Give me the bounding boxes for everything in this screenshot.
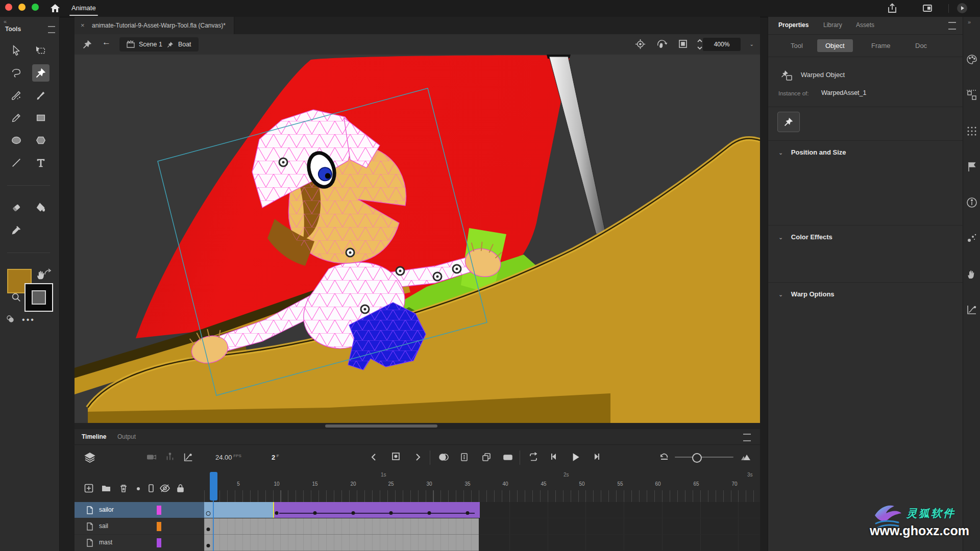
breadcrumb-scene[interactable]: Scene 1 [139, 41, 162, 48]
horizontal-scrollbar[interactable] [75, 423, 760, 429]
breadcrumb-symbol[interactable]: Boat [178, 41, 191, 48]
history-panel-icon[interactable] [966, 268, 978, 280]
section-color-effects[interactable]: ⌄ Color Effects [778, 233, 832, 241]
onion-skin-icon[interactable] [438, 452, 449, 463]
tab-properties[interactable]: Properties [778, 21, 808, 29]
document-tab[interactable]: × animate-Tutorial-9-Asset-Warp-Tool.fla… [75, 17, 234, 34]
swap-colors-icon[interactable] [43, 268, 53, 277]
fluid-brush-tool-icon[interactable] [8, 87, 25, 104]
selection-tool-icon[interactable] [8, 42, 25, 59]
quick-publish-icon[interactable] [957, 3, 968, 14]
layer-color-chip[interactable] [157, 522, 161, 531]
step-forward-icon[interactable] [591, 452, 601, 462]
layer-header-sail[interactable]: sail [75, 518, 204, 534]
layer-track-sail[interactable] [204, 518, 760, 534]
minimize-window-button[interactable] [18, 4, 26, 11]
close-document-icon[interactable]: × [81, 17, 85, 34]
default-colors-icon[interactable] [6, 315, 14, 323]
free-transform-tool-icon[interactable] [32, 42, 50, 59]
lasso-tool-icon[interactable] [8, 64, 25, 82]
step-back-icon[interactable] [549, 452, 559, 462]
expand-panels-icon[interactable]: » [968, 19, 970, 25]
reset-zoom-icon[interactable] [659, 452, 670, 462]
layer-track-mast[interactable] [204, 535, 760, 550]
delete-layer-icon[interactable] [118, 483, 129, 493]
tab-animate[interactable]: Animate [64, 0, 103, 16]
info-panel-icon[interactable] [966, 196, 978, 209]
timeline-ruler[interactable]: 1s 2s 3s 5 10 15 20 25 30 35 40 45 50 55… [75, 471, 760, 503]
timeline-camera-icon[interactable] [146, 452, 157, 463]
text-tool-icon[interactable] [32, 154, 50, 171]
marker-range-icon[interactable] [502, 452, 513, 463]
tools-panel-menu-icon[interactable] [48, 26, 55, 33]
asset-warp-tool-icon[interactable] [32, 64, 50, 82]
fps-display[interactable]: 24.00 FPS [215, 454, 241, 461]
onion-skin-outline-icon[interactable] [459, 452, 471, 463]
classic-brush-tool-icon[interactable] [32, 87, 50, 104]
share-icon[interactable] [887, 3, 898, 14]
loop-playback-icon[interactable] [528, 452, 539, 463]
rotate-view-icon[interactable] [656, 39, 667, 49]
collapse-tools-icon[interactable]: « [4, 18, 6, 24]
subtab-tool[interactable]: Tool [782, 39, 811, 52]
frame-span-tween[interactable] [274, 502, 480, 518]
outline-view-icon[interactable] [147, 483, 155, 493]
stroke-color-swatch[interactable] [24, 283, 53, 312]
layer-row-mast[interactable]: mast [75, 535, 760, 551]
layer-row-sail[interactable]: sail [75, 518, 760, 535]
center-stage-icon[interactable] [635, 39, 646, 49]
layer-color-chip[interactable] [157, 538, 161, 547]
zoom-fit-icon[interactable] [740, 452, 751, 463]
properties-panel-menu-icon[interactable] [948, 22, 956, 30]
frame-span-static[interactable] [204, 518, 479, 535]
workspace-layout-icon[interactable] [922, 3, 933, 14]
oval-tool-icon[interactable] [8, 132, 25, 149]
current-frame-display[interactable]: 2 F [272, 454, 279, 461]
stage-canvas[interactable] [75, 55, 760, 423]
tab-library[interactable]: Library [823, 21, 842, 29]
eraser-tool-icon[interactable] [8, 199, 25, 216]
section-warp-options[interactable]: ⌄ Warp Options [778, 290, 835, 298]
close-window-button[interactable] [5, 4, 12, 11]
tab-timeline[interactable]: Timeline [82, 433, 106, 440]
timeline-zoom-slider-knob[interactable] [692, 453, 702, 463]
rectangle-tool-icon[interactable] [32, 109, 50, 127]
graph-panel-icon[interactable] [966, 304, 978, 316]
section-position-size[interactable]: ⌄ Position and Size [778, 148, 846, 156]
hide-layers-icon[interactable] [159, 483, 170, 493]
tab-output[interactable]: Output [117, 433, 136, 440]
paint-bucket-tool-icon[interactable] [32, 199, 50, 216]
line-tool-icon[interactable] [8, 154, 25, 171]
lock-layers-icon[interactable] [176, 483, 185, 493]
timeline-panel-menu-icon[interactable] [743, 434, 751, 441]
layer-header-sailor[interactable]: sailor [75, 502, 204, 518]
frame-graph-icon[interactable] [183, 452, 194, 463]
frame-span-static[interactable] [204, 535, 479, 551]
advanced-layers-icon[interactable] [164, 452, 176, 463]
tab-assets[interactable]: Assets [856, 21, 874, 29]
layer-row-sailor[interactable]: sailor [75, 502, 760, 519]
timeline-zoom-slider-track[interactable] [675, 457, 733, 458]
edit-multiple-frames-icon[interactable] [481, 452, 492, 463]
frame-picker-panel-icon[interactable] [966, 161, 978, 173]
layer-track-sailor[interactable] [204, 502, 760, 518]
play-icon[interactable] [570, 452, 581, 463]
layer-header-mast[interactable]: mast [75, 535, 204, 550]
next-keyframe-icon[interactable] [413, 453, 422, 462]
new-layer-icon[interactable] [84, 483, 94, 493]
subtab-frame[interactable]: Frame [863, 39, 899, 52]
home-icon[interactable] [50, 3, 60, 13]
particles-panel-icon[interactable] [966, 232, 978, 244]
previous-keyframe-icon[interactable] [370, 453, 379, 462]
back-arrow-icon[interactable]: ← [102, 37, 111, 47]
instance-name[interactable]: WarpedAsset_1 [821, 89, 866, 96]
maximize-window-button[interactable] [32, 4, 39, 11]
zoom-level-dropdown[interactable]: 400% [703, 38, 741, 51]
layer-color-chip[interactable] [157, 506, 161, 515]
insert-keyframe-icon[interactable] [391, 452, 401, 462]
horizontal-scrollbar-handle[interactable] [325, 424, 437, 428]
layers-view-icon[interactable] [84, 452, 96, 464]
eyedropper-tool-icon[interactable] [8, 221, 25, 239]
zoom-chevron-down-icon[interactable]: ⌄ [750, 41, 754, 47]
new-folder-icon[interactable] [101, 483, 111, 493]
